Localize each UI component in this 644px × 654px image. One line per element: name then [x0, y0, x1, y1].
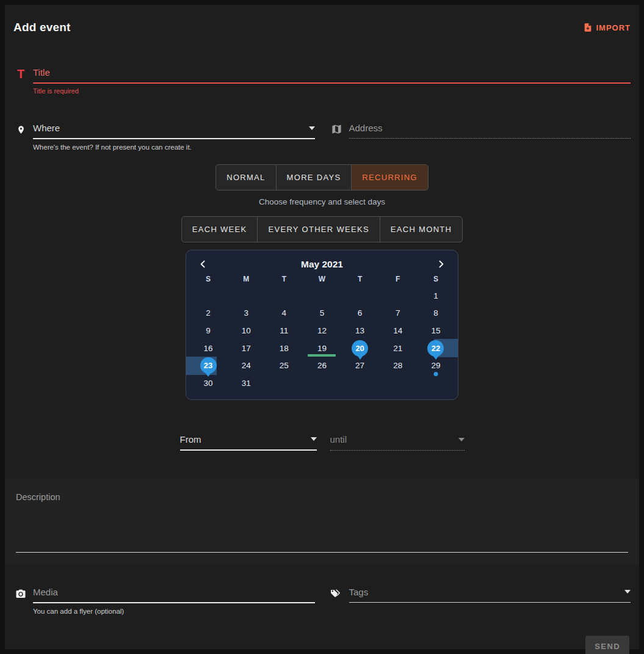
- calendar-day-25[interactable]: 25: [265, 357, 303, 374]
- calendar-day-number: 28: [389, 357, 406, 374]
- title-placeholder: Title: [33, 67, 50, 78]
- calendar-day-5[interactable]: 5: [303, 305, 341, 322]
- calendar-day-21[interactable]: 21: [379, 340, 417, 357]
- calendar-day-26[interactable]: 26: [303, 357, 341, 374]
- location-pin-icon: [13, 124, 28, 139]
- page-title: Add event: [13, 21, 71, 34]
- calendar-day-18[interactable]: 18: [265, 340, 303, 357]
- calendar-day-14[interactable]: 14: [379, 322, 417, 340]
- calendar-day-7[interactable]: 7: [379, 305, 417, 322]
- camera-icon: [13, 589, 28, 603]
- calendar-day-number: 14: [389, 322, 406, 339]
- calendar-day-number: 13: [352, 322, 368, 339]
- calendar-day-8[interactable]: 8: [417, 305, 455, 322]
- calendar-day-header: F: [379, 272, 417, 287]
- where-select[interactable]: Where: [33, 123, 315, 139]
- description-textarea[interactable]: [16, 552, 628, 553]
- tab-every-other-weeks[interactable]: EVERY OTHER WEEKS: [257, 217, 379, 242]
- calendar-day-number: 22: [427, 340, 444, 357]
- calendar-day-number: 30: [200, 375, 217, 391]
- calendar-day-31[interactable]: 31: [227, 374, 265, 392]
- calendar-day-header: S: [189, 272, 227, 287]
- calendar-day-11[interactable]: 11: [265, 322, 303, 340]
- calendar-day-10[interactable]: 10: [227, 322, 265, 340]
- calendar-day-30[interactable]: 30: [189, 374, 227, 392]
- calendar-day-13[interactable]: 13: [341, 322, 379, 340]
- import-button[interactable]: IMPORT: [583, 23, 631, 32]
- chevron-down-icon: [458, 438, 465, 441]
- calendar-day-9[interactable]: 9: [189, 322, 227, 340]
- calendar-day-number: 27: [352, 357, 368, 374]
- calendar-day-number: 11: [276, 322, 292, 339]
- tab-recurring[interactable]: RECURRING: [351, 165, 427, 190]
- address-input[interactable]: Address: [349, 123, 631, 139]
- calendar-day-17[interactable]: 17: [227, 340, 265, 357]
- calendar-day-15[interactable]: 15: [417, 322, 455, 340]
- tags-select[interactable]: Tags: [349, 587, 631, 603]
- until-label: until: [330, 434, 347, 445]
- calendar-day-16[interactable]: 16: [189, 340, 227, 357]
- calendar-day-number: 10: [238, 322, 255, 339]
- calendar-day-number: 9: [200, 322, 217, 339]
- where-placeholder: Where: [33, 123, 60, 133]
- until-select[interactable]: until: [330, 434, 465, 451]
- tab-normal[interactable]: NORMAL: [216, 165, 275, 190]
- calendar-day-empty: [303, 287, 341, 305]
- calendar-day-number: 5: [314, 305, 330, 321]
- calendar-day-empty: [417, 374, 455, 392]
- calendar-day-28[interactable]: 28: [379, 357, 417, 374]
- calendar-day-27[interactable]: 27: [341, 357, 379, 374]
- event-type-tabs: NORMAL MORE DAYS RECURRING: [5, 164, 639, 191]
- previous-month-button[interactable]: [197, 258, 209, 271]
- calendar-day-number: 12: [314, 322, 330, 339]
- title-input[interactable]: Title: [33, 67, 631, 84]
- from-select[interactable]: From: [180, 434, 317, 451]
- calendar-wrap: May 2021 SMTWTFS 12345678910111213141516…: [5, 250, 639, 400]
- calendar-day-number: 20: [352, 340, 368, 357]
- calendar-day-empty: [227, 287, 265, 305]
- address-field-block: Address: [330, 123, 631, 151]
- calendar-day-number: 23: [200, 357, 217, 374]
- calendar-day-number: 1: [427, 288, 444, 304]
- calendar-day-20[interactable]: 20: [341, 340, 379, 357]
- calendar-day-number: 8: [427, 305, 444, 321]
- calendar-day-22[interactable]: 22: [417, 340, 455, 357]
- calendar-day-2[interactable]: 2: [189, 305, 227, 322]
- calendar-day-29[interactable]: 29: [417, 357, 455, 374]
- calendar-day-19[interactable]: 19: [303, 340, 341, 357]
- calendar-day-23[interactable]: 23: [189, 357, 227, 374]
- where-field-block: Where Where's the event? If not present …: [13, 123, 315, 151]
- calendar-day-4[interactable]: 4: [265, 305, 303, 322]
- where-helper-text: Where's the event? If not present you ca…: [33, 144, 315, 151]
- calendar-day-6[interactable]: 6: [341, 305, 379, 322]
- calendar-day-1[interactable]: 1: [417, 287, 455, 305]
- calendar-day-number: 18: [276, 340, 292, 357]
- chevron-down-icon: [309, 126, 315, 130]
- calendar-day-12[interactable]: 12: [303, 322, 341, 340]
- calendar-day-event-dot: [433, 372, 438, 376]
- calendar-day-empty: [265, 287, 303, 305]
- send-button[interactable]: SEND: [585, 636, 629, 654]
- event-type-group: NORMAL MORE DAYS RECURRING: [215, 164, 429, 191]
- calendar-day-number: 26: [314, 357, 330, 374]
- calendar-day-header: S: [417, 272, 455, 287]
- frequency-group: EACH WEEK EVERY OTHER WEEKS EACH MONTH: [181, 216, 463, 242]
- location-row: Where Where's the event? If not present …: [5, 123, 639, 151]
- chevron-down-icon: [624, 590, 631, 594]
- tab-each-month[interactable]: EACH MONTH: [380, 217, 462, 242]
- tab-more-days[interactable]: MORE DAYS: [276, 165, 352, 190]
- media-field-block: Media You can add a flyer (optional): [13, 587, 315, 615]
- tags-icon: [330, 587, 344, 603]
- chevron-down-icon: [311, 437, 317, 441]
- from-label: From: [180, 434, 201, 445]
- calendar-day-3[interactable]: 3: [227, 305, 265, 322]
- media-input[interactable]: Media: [33, 587, 315, 603]
- next-month-button[interactable]: [435, 258, 447, 271]
- title-error-text: Title is required: [33, 87, 631, 95]
- calendar-day-24[interactable]: 24: [227, 357, 265, 374]
- dialog-header: Add event IMPORT: [5, 5, 639, 34]
- chevron-left-icon: [198, 259, 208, 269]
- calendar-day-number: 16: [200, 340, 217, 357]
- tab-each-week[interactable]: EACH WEEK: [182, 217, 258, 242]
- media-placeholder: Media: [33, 587, 58, 597]
